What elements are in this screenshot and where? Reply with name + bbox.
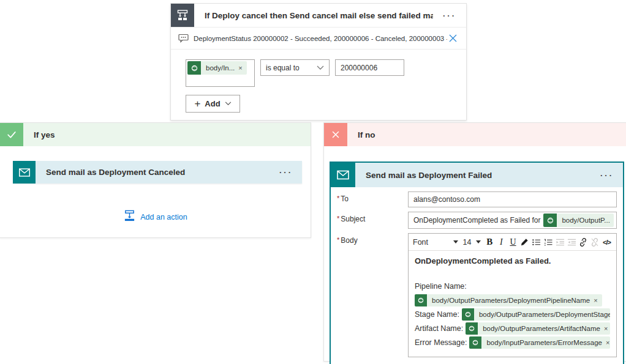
link-button[interactable]	[578, 236, 589, 249]
condition-branch-icon	[171, 4, 194, 27]
highlight-pen-button[interactable]	[519, 236, 530, 249]
to-input[interactable]	[408, 191, 617, 207]
condition-value-input[interactable]	[335, 59, 404, 76]
close-note-icon[interactable]	[447, 32, 459, 44]
mail-envelope-icon	[13, 161, 36, 184]
body-field-label: *Body	[337, 233, 408, 357]
dropdown-arrow-icon	[453, 240, 458, 243]
to-field-label: *To	[337, 191, 408, 207]
comment-icon	[178, 34, 189, 43]
body-line: body/OutputParameters/DeploymentPipeline…	[415, 294, 610, 306]
send-mail-canceled-card[interactable]: Send mail as Deployment Canceled ···	[13, 161, 302, 184]
add-label: Add	[205, 99, 220, 108]
mail-body-content[interactable]: OnDeploymentCompleted as Failed. Pipelin…	[409, 251, 616, 357]
mail-fields: *To *Subject OnDeploymentCompleted as Fa…	[331, 187, 623, 357]
failed-card-title: Send mail as Deployment Failed	[355, 171, 591, 180]
outdent-button[interactable]	[554, 236, 565, 249]
failed-card-menu-button[interactable]: ···	[591, 171, 623, 180]
condition-note-row: DeploymentStatus 200000002 - Succeeded, …	[171, 27, 466, 49]
condition-left-operand-field[interactable]: body/In... ×	[186, 59, 255, 87]
dataverse-icon	[466, 322, 478, 335]
bullet-list-button[interactable]	[531, 236, 541, 249]
subject-text: OnDeploymentCompleted as Failed for	[413, 216, 540, 225]
dynamic-content-token[interactable]: body/In... ×	[187, 61, 247, 75]
dataverse-icon	[187, 61, 201, 75]
rich-text-editor: Font 14 B I U	[408, 233, 617, 357]
if-no-branch: If no Send mail as Deployment Failed ···	[323, 122, 626, 362]
token-label: body/OutputP...	[557, 217, 613, 224]
flow-designer-canvas: If Deploy cancel then Send cancel mail e…	[0, 0, 626, 364]
required-asterisk: *	[337, 236, 339, 243]
remove-token-icon[interactable]: ×	[594, 294, 601, 306]
plus-icon: +	[194, 98, 200, 109]
font-family-dropdown[interactable]: Font	[413, 238, 462, 247]
add-action-icon	[123, 210, 136, 225]
send-mail-failed-card: Send mail as Deployment Failed ··· *To	[330, 162, 624, 364]
if-no-label: If no	[347, 130, 375, 139]
dynamic-content-token[interactable]: body/OutputParameters/DeploymentPipeline…	[415, 294, 602, 306]
indent-button[interactable]	[567, 236, 577, 249]
bold-button[interactable]: B	[485, 236, 495, 249]
dataverse-icon	[469, 336, 481, 349]
condition-title: If Deploy cancel then Send cancel mail e…	[194, 11, 433, 20]
dynamic-content-token[interactable]: body/OutputParameters/ArtifactName ×	[466, 322, 610, 335]
font-size-dropdown[interactable]: 14	[463, 238, 481, 247]
dynamic-content-token[interactable]: body/OutputParameters/DeploymentStageNam…	[462, 308, 610, 321]
body-line: Artifact Name: body/OutputParameters/Art…	[415, 322, 610, 335]
dataverse-icon	[462, 308, 474, 321]
condition-note-text: DeploymentStatus 200000002 - Succeeded, …	[189, 35, 447, 42]
body-line: Stage Name: body/OutputParameters/Deploy…	[415, 308, 610, 321]
mail-envelope-icon	[331, 163, 355, 187]
add-condition-button[interactable]: + Add	[186, 95, 240, 113]
dataverse-icon	[543, 214, 557, 227]
if-yes-branch: If yes Send mail as Deployment Canceled …	[0, 122, 311, 238]
condition-editor: body/In... × is equal to + Add	[171, 49, 466, 120]
required-asterisk: *	[337, 215, 339, 222]
dynamic-content-token[interactable]: body/OutputP... ×	[543, 214, 614, 227]
if-yes-header: If yes	[0, 123, 311, 146]
dataverse-icon	[415, 294, 427, 306]
canceled-card-menu-button[interactable]: ···	[270, 168, 302, 177]
remove-token-icon[interactable]: ×	[604, 322, 610, 335]
subject-input[interactable]: OnDeploymentCompleted as Failed for body…	[408, 212, 617, 229]
token-label: body/In...	[201, 64, 238, 72]
canceled-card-title: Send mail as Deployment Canceled	[36, 168, 270, 177]
token-label: body/OutputParameters/DeploymentStageNam…	[474, 308, 610, 321]
rich-text-toolbar: Font 14 B I U	[409, 234, 616, 251]
body-line: Pipeline Name:	[415, 280, 610, 292]
dynamic-content-token[interactable]: body/InputParameters/ErrorMessage ×	[469, 336, 610, 349]
condition-card-header[interactable]: If Deploy cancel then Send cancel mail e…	[171, 4, 466, 27]
unlink-button[interactable]	[590, 236, 600, 249]
add-action-button[interactable]: Add an action	[0, 210, 311, 225]
failed-card-header[interactable]: Send mail as Deployment Failed ···	[331, 163, 623, 187]
numbered-list-button[interactable]	[543, 236, 553, 249]
code-view-button[interactable]: </>	[601, 236, 612, 249]
operator-value: is equal to	[266, 64, 317, 72]
body-heading: OnDeploymentCompleted as Failed.	[415, 256, 610, 266]
check-icon	[0, 123, 23, 146]
underline-button[interactable]: U	[508, 236, 518, 249]
italic-button[interactable]: I	[496, 236, 507, 249]
chevron-down-icon	[317, 65, 324, 70]
body-line: Error Message: body/InputParameters/Erro…	[415, 336, 610, 349]
condition-operator-select[interactable]: is equal to	[260, 59, 330, 76]
dropdown-arrow-icon	[476, 240, 481, 243]
token-label: body/OutputParameters/ArtifactName	[478, 322, 604, 335]
chevron-down-icon	[225, 102, 232, 106]
if-yes-label: If yes	[23, 130, 55, 139]
token-label: body/OutputParameters/DeploymentPipeline…	[427, 294, 594, 306]
add-action-label: Add an action	[140, 213, 187, 221]
remove-token-icon[interactable]: ×	[238, 64, 246, 72]
condition-menu-button[interactable]: ···	[433, 11, 466, 20]
required-asterisk: *	[337, 195, 339, 202]
condition-block: If Deploy cancel then Send cancel mail e…	[170, 3, 467, 121]
subject-field-label: *Subject	[337, 212, 408, 229]
if-no-header: If no	[324, 123, 626, 146]
token-label: body/InputParameters/ErrorMessage	[481, 336, 606, 349]
cross-icon	[324, 123, 347, 146]
remove-token-icon[interactable]: ×	[606, 336, 610, 349]
